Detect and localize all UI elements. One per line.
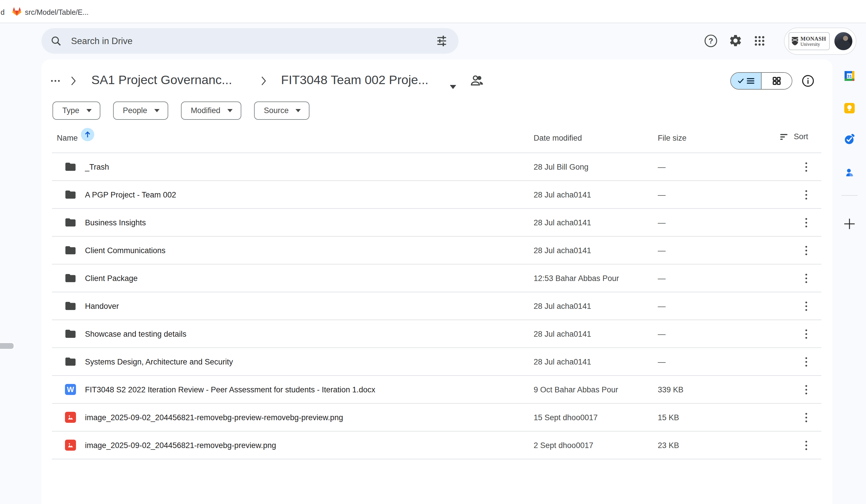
table-row[interactable]: Handover 28 Jul acha0141 —	[52, 292, 821, 320]
row-menu-button[interactable]	[799, 188, 813, 202]
sidebar-divider	[841, 195, 858, 196]
arrow-up-icon	[84, 131, 92, 138]
row-menu-button[interactable]	[799, 299, 813, 313]
more-vertical-icon	[806, 222, 807, 224]
google-apps-grid-icon[interactable]	[754, 35, 766, 47]
scroll-handle[interactable]	[0, 342, 14, 350]
image-file-icon	[65, 412, 76, 423]
row-menu-button[interactable]	[799, 355, 813, 369]
svg-text:?: ?	[709, 36, 713, 45]
table-row[interactable]: A PGP Project - Team 002 28 Jul acha0141…	[52, 181, 821, 209]
date-modified: 9 Oct Bahar Abbas Pour	[534, 385, 618, 394]
file-name: Client Communications	[85, 246, 166, 255]
org-name: MONASH	[800, 36, 826, 42]
search-icon[interactable]	[50, 35, 62, 47]
gitlab-favicon	[12, 7, 21, 16]
grid-view-button[interactable]	[761, 73, 792, 89]
table-row[interactable]: Systems Design, Architecture and Securit…	[52, 348, 821, 376]
list-icon	[747, 78, 754, 84]
row-menu-button[interactable]	[799, 216, 813, 230]
folder-icon	[64, 216, 77, 228]
chevron-right-icon	[261, 76, 267, 86]
filter-chip-source[interactable]: Source	[254, 101, 310, 120]
file-size: 339 KB	[658, 385, 684, 394]
table-row[interactable]: Showcase and testing details 28 Jul acha…	[52, 320, 821, 348]
help-icon[interactable]: ?	[704, 34, 718, 47]
calendar-icon[interactable]: 31	[844, 70, 855, 81]
date-modified: 28 Jul acha0141	[534, 219, 591, 227]
row-menu-button[interactable]	[799, 411, 813, 425]
column-header-date-modified[interactable]: Date modified	[534, 134, 582, 143]
folder-icon	[64, 161, 77, 173]
folder-icon	[64, 356, 77, 368]
more-vertical-icon	[806, 305, 807, 307]
chevron-right-icon	[70, 76, 76, 86]
row-menu-button[interactable]	[799, 160, 813, 174]
manage-members-icon[interactable]	[470, 75, 485, 87]
browser-tab-strip: d src/Model/Table/E...	[0, 0, 866, 23]
table-row[interactable]: Business Insights 28 Jul acha0141 —	[52, 209, 821, 237]
date-modified: 12:53 Bahar Abbas Pour	[534, 274, 619, 283]
filter-chip-modified[interactable]: Modified	[181, 101, 241, 120]
info-icon[interactable]	[802, 75, 814, 87]
search-options-tune-icon[interactable]	[435, 34, 448, 47]
more-vertical-icon	[806, 250, 807, 251]
keep-icon[interactable]	[844, 103, 855, 114]
sort-button[interactable]: Sort	[778, 132, 810, 142]
table-row[interactable]: Client Communications 28 Jul acha0141 —	[52, 237, 821, 265]
folder-icon	[64, 300, 77, 312]
file-name: A PGP Project - Team 002	[85, 191, 176, 200]
more-vertical-icon	[806, 361, 807, 363]
list-view-button[interactable]	[731, 73, 761, 89]
folder-icon	[64, 189, 77, 201]
more-vertical-icon	[806, 333, 807, 335]
breadcrumb-current-folder[interactable]: FIT3048 Team 002 Proje...	[281, 73, 428, 87]
row-menu-button[interactable]	[799, 383, 813, 397]
table-row[interactable]: Client Package 12:53 Bahar Abbas Pour —	[52, 265, 821, 292]
more-vertical-icon	[806, 417, 807, 418]
folder-icon	[64, 272, 77, 284]
browser-tab-title[interactable]: src/Model/Table/E...	[25, 8, 89, 16]
file-size: —	[658, 191, 666, 200]
date-modified: 28 Jul acha0141	[534, 191, 591, 200]
more-vertical-icon	[806, 166, 807, 168]
caret-down-icon	[86, 109, 92, 112]
sort-direction-button[interactable]	[81, 128, 94, 141]
row-menu-button[interactable]	[799, 327, 813, 341]
table-row[interactable]: W FIT3048 S2 2022 Iteration Review - Pee…	[52, 376, 821, 404]
row-menu-button[interactable]	[799, 244, 813, 258]
column-header-name[interactable]: Name	[57, 134, 78, 143]
search-input[interactable]	[70, 28, 414, 54]
date-modified: 15 Sept dhoo0017	[534, 413, 598, 422]
file-name: Business Insights	[85, 219, 146, 227]
settings-gear-icon[interactable]	[729, 34, 742, 47]
google-drive-screen: d src/Model/Table/E...	[0, 0, 866, 504]
image-file-icon	[65, 440, 76, 451]
breadcrumb-parent-folder[interactable]: SA1 Project Governanc...	[91, 73, 232, 87]
more-vertical-icon	[806, 445, 807, 446]
filter-chip-people[interactable]: People	[113, 101, 168, 120]
file-size: —	[658, 274, 666, 283]
contacts-icon[interactable]	[844, 167, 855, 178]
get-addons-plus-icon[interactable]	[843, 217, 856, 230]
file-name: Systems Design, Architecture and Securit…	[85, 358, 233, 367]
file-size: 15 KB	[658, 413, 679, 422]
breadcrumb-more-button[interactable]	[47, 74, 64, 88]
column-header-file-size[interactable]: File size	[658, 134, 687, 143]
tasks-icon[interactable]	[844, 134, 855, 145]
account-area: MONASH University	[784, 27, 856, 55]
file-name: Handover	[85, 302, 119, 311]
filter-chip-type[interactable]: Type	[53, 101, 100, 120]
folder-dropdown-caret-icon[interactable]	[450, 85, 456, 89]
table-row[interactable]: image_2025-09-02_204456821-removebg-prev…	[52, 404, 821, 432]
row-menu-button[interactable]	[799, 271, 813, 285]
table-row[interactable]: _Trash 28 Jul Bill Gong —	[52, 153, 821, 181]
folder-icon	[64, 328, 77, 340]
check-icon	[737, 78, 744, 84]
row-menu-button[interactable]	[799, 438, 813, 452]
file-size: 23 KB	[658, 441, 679, 450]
date-modified: 28 Jul acha0141	[534, 330, 591, 339]
table-row[interactable]: image_2025-09-02_204456821-removebg-prev…	[52, 432, 821, 459]
profile-avatar[interactable]	[834, 32, 852, 50]
filter-chips: Type People Modified Source	[53, 101, 309, 120]
